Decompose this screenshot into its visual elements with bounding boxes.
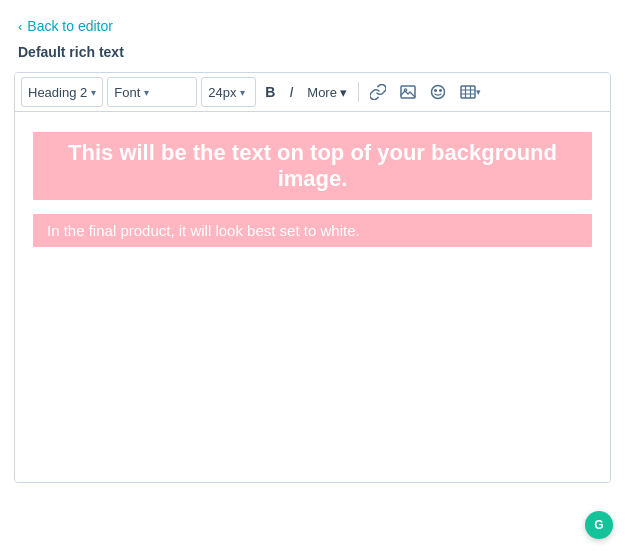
- bold-label: B: [265, 84, 275, 100]
- editor-content[interactable]: This will be the text on top of your bac…: [15, 112, 610, 482]
- italic-label: I: [289, 84, 293, 100]
- editor-container: Heading 2 ▾ Font ▾ 24px ▾ B I More ▾: [14, 72, 611, 483]
- body-text-block: In the final product, it will look best …: [33, 214, 592, 247]
- heading-dropdown-arrow-icon: ▾: [91, 87, 96, 98]
- svg-point-2: [431, 86, 444, 99]
- table-dropdown-arrow-icon: ▾: [476, 87, 481, 97]
- font-select-label: Font: [114, 85, 140, 100]
- font-size-select[interactable]: 24px ▾: [201, 77, 256, 107]
- grammarly-label: G: [594, 518, 603, 532]
- toolbar: Heading 2 ▾ Font ▾ 24px ▾ B I More ▾: [15, 73, 610, 112]
- back-to-editor-label: Back to editor: [27, 18, 113, 34]
- back-to-editor-link[interactable]: ‹ Back to editor: [18, 18, 113, 34]
- font-size-label: 24px: [208, 85, 236, 100]
- more-label: More: [307, 85, 337, 100]
- emoji-icon: [430, 84, 446, 100]
- link-button[interactable]: [365, 77, 391, 107]
- svg-point-4: [440, 90, 442, 92]
- bold-button[interactable]: B: [260, 77, 280, 107]
- top-nav: ‹ Back to editor: [0, 0, 625, 44]
- font-dropdown-arrow-icon: ▾: [144, 87, 149, 98]
- toolbar-separator: [358, 82, 359, 102]
- svg-point-3: [435, 90, 437, 92]
- more-dropdown-arrow-icon: ▾: [340, 85, 347, 100]
- heading-text-block: This will be the text on top of your bac…: [33, 132, 592, 200]
- grammarly-badge[interactable]: G: [585, 511, 613, 539]
- image-icon: [400, 84, 416, 100]
- font-select[interactable]: Font ▾: [107, 77, 197, 107]
- table-icon: [460, 84, 476, 100]
- more-button[interactable]: More ▾: [302, 77, 352, 107]
- page-title: Default rich text: [0, 44, 625, 72]
- table-button[interactable]: ▾: [455, 77, 486, 107]
- italic-button[interactable]: I: [284, 77, 298, 107]
- heading-select-label: Heading 2: [28, 85, 87, 100]
- svg-rect-5: [461, 86, 475, 98]
- heading-select[interactable]: Heading 2 ▾: [21, 77, 103, 107]
- link-icon: [370, 84, 386, 100]
- emoji-button[interactable]: [425, 77, 451, 107]
- image-button[interactable]: [395, 77, 421, 107]
- size-dropdown-arrow-icon: ▾: [240, 87, 245, 98]
- chevron-left-icon: ‹: [18, 19, 22, 34]
